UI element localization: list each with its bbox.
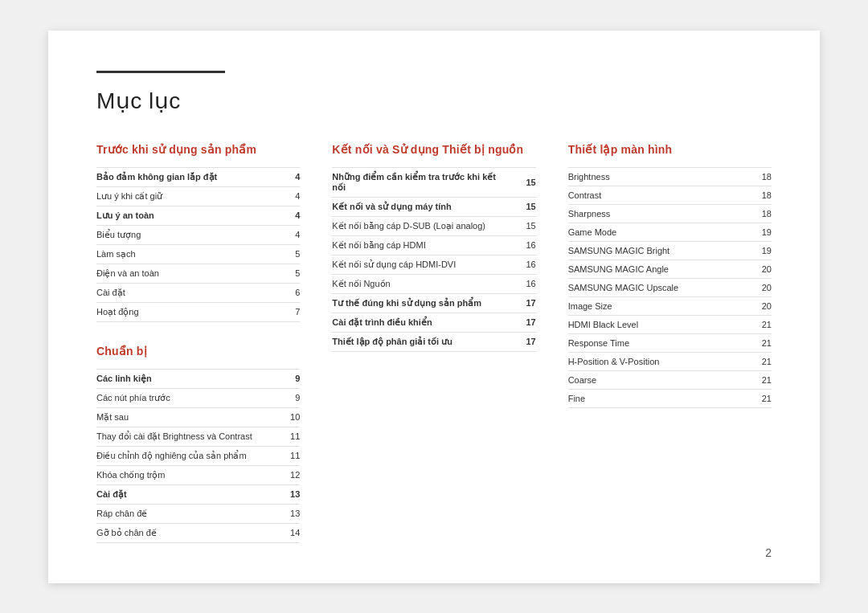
toc-label: Các nút phía trước (96, 388, 276, 407)
toc-table-4: Brightness18Contrast18Sharpness18Game Mo… (568, 167, 772, 408)
toc-label: Kết nối Nguồn (332, 274, 511, 293)
toc-page-num: 21 (747, 315, 772, 333)
toc-label: Cài đặt (96, 283, 276, 302)
toc-page-num: 13 (276, 504, 300, 523)
toc-label: Những điểm cần kiểm tra trước khi kết nố… (332, 167, 511, 197)
toc-page-num: 4 (276, 225, 300, 244)
toc-page-num: 17 (512, 332, 536, 351)
toc-label: Cài đặt (96, 484, 276, 504)
toc-page-num: 5 (276, 244, 300, 264)
toc-label: Image Size (568, 296, 747, 315)
toc-page-num: 13 (276, 484, 300, 504)
toc-page-num: 4 (276, 186, 300, 206)
toc-label: HDMI Black Level (568, 315, 747, 333)
toc-page-num: 15 (512, 167, 536, 197)
toc-page-num: 11 (276, 427, 300, 446)
toc-page-num: 20 (747, 260, 772, 278)
toc-label: Game Mode (568, 223, 747, 241)
toc-label: Điều chỉnh độ nghiêng của sản phẩm (96, 446, 276, 465)
top-bar (96, 71, 225, 73)
toc-page-num: 12 (276, 465, 300, 484)
toc-page-num: 21 (747, 333, 772, 352)
toc-label: Thiết lập độ phân giải tối ưu (332, 332, 511, 351)
toc-label: Sharpness (568, 204, 747, 223)
toc-page-num: 18 (747, 204, 772, 223)
toc-page-num: 18 (747, 167, 772, 186)
toc-label: Bảo đảm không gian lắp đặt (96, 167, 276, 186)
section-title-1: Trước khi sử dụng sản phẩm (96, 143, 300, 156)
toc-page-num: 11 (276, 446, 300, 465)
toc-label: Kết nối bằng cáp D-SUB (Loại analog) (332, 216, 511, 235)
section-ket-noi: Kết nối và Sử dụng Thiết bị nguồn Những … (332, 143, 535, 352)
toc-label: Lưu ý an toàn (96, 206, 276, 225)
toc-label: Brightness (568, 167, 747, 186)
toc-label: Các linh kiện (96, 369, 276, 388)
toc-label: SAMSUNG MAGIC Bright (568, 241, 747, 260)
toc-page-num: 20 (747, 296, 772, 315)
toc-label: Fine (568, 389, 747, 407)
toc-page-num: 16 (512, 235, 536, 255)
page-title: Mục lục (96, 88, 772, 114)
toc-page-num: 14 (276, 523, 300, 542)
toc-page-num: 17 (512, 293, 536, 313)
column-3: Thiết lập màn hình Brightness18Contrast1… (568, 143, 772, 543)
section-truoc-khi: Trước khi sử dụng sản phẩm Bảo đảm không… (96, 143, 300, 322)
columns-container: Trước khi sử dụng sản phẩm Bảo đảm không… (96, 143, 772, 543)
toc-page-num: 20 (747, 278, 772, 296)
section-chuan-bi: Chuẩn bị Các linh kiện9Các nút phía trướ… (96, 345, 300, 543)
toc-label: Hoạt động (96, 302, 276, 321)
toc-page-num: 16 (512, 274, 536, 293)
toc-label: SAMSUNG MAGIC Angle (568, 260, 747, 278)
toc-page-num: 15 (512, 197, 536, 216)
toc-label: H-Position & V-Position (568, 352, 747, 370)
section-thiet-lap: Thiết lập màn hình Brightness18Contrast1… (568, 143, 772, 408)
toc-label: Biểu tượng (96, 225, 276, 244)
toc-label: Lưu ý khi cất giữ (96, 186, 276, 206)
toc-label: SAMSUNG MAGIC Upscale (568, 278, 747, 296)
toc-label: Kết nối bằng cáp HDMI (332, 235, 511, 255)
toc-page-num: 19 (747, 241, 772, 260)
toc-page-num: 9 (276, 388, 300, 407)
toc-table-3: Những điểm cần kiểm tra trước khi kết nố… (332, 167, 535, 352)
toc-page-num: 6 (276, 283, 300, 302)
toc-label: Ráp chân đế (96, 504, 276, 523)
toc-label: Contrast (568, 186, 747, 204)
toc-page-num: 4 (276, 206, 300, 225)
toc-label: Kết nối và sử dụng máy tính (332, 197, 511, 216)
toc-table-1: Bảo đảm không gian lắp đặt4Lưu ý khi cất… (96, 167, 300, 322)
toc-label: Làm sạch (96, 244, 276, 264)
toc-page-num: 4 (276, 167, 300, 186)
column-1: Trước khi sử dụng sản phẩm Bảo đảm không… (96, 143, 300, 543)
toc-page-num: 21 (747, 389, 772, 407)
toc-label: Kết nối sử dụng cáp HDMI-DVI (332, 255, 511, 274)
column-2: Kết nối và Sử dụng Thiết bị nguồn Những … (332, 143, 535, 543)
toc-label: Coarse (568, 370, 747, 389)
toc-page-num: 21 (747, 352, 772, 370)
toc-page-num: 21 (747, 370, 772, 389)
toc-page-num: 15 (512, 216, 536, 235)
toc-page-num: 16 (512, 255, 536, 274)
section-title-2: Chuẩn bị (96, 345, 300, 358)
toc-label: Gỡ bỏ chân đế (96, 523, 276, 542)
toc-label: Thay đổi cài đặt Brightness và Contrast (96, 427, 276, 446)
toc-page-num: 5 (276, 264, 300, 283)
section-title-3: Kết nối và Sử dụng Thiết bị nguồn (332, 143, 535, 156)
toc-label: Khóa chống trộm (96, 465, 276, 484)
toc-label: Cài đặt trình điều khiển (332, 313, 511, 332)
toc-label: Mặt sau (96, 407, 276, 427)
toc-page-num: 18 (747, 186, 772, 204)
toc-page-num: 17 (512, 313, 536, 332)
toc-label: Tư thế đúng khi sử dụng sản phẩm (332, 293, 511, 313)
toc-label: Điện và an toàn (96, 264, 276, 283)
toc-page-num: 9 (276, 369, 300, 388)
toc-table-2: Các linh kiện9Các nút phía trước9Mặt sau… (96, 369, 300, 543)
toc-page-num: 19 (747, 223, 772, 241)
toc-label: Response Time (568, 333, 747, 352)
toc-page-num: 10 (276, 407, 300, 427)
page: Mục lục Trước khi sử dụng sản phẩm Bảo đ… (48, 31, 820, 583)
page-number: 2 (765, 546, 772, 559)
toc-page-num: 7 (276, 302, 300, 321)
section-title-4: Thiết lập màn hình (568, 143, 772, 156)
